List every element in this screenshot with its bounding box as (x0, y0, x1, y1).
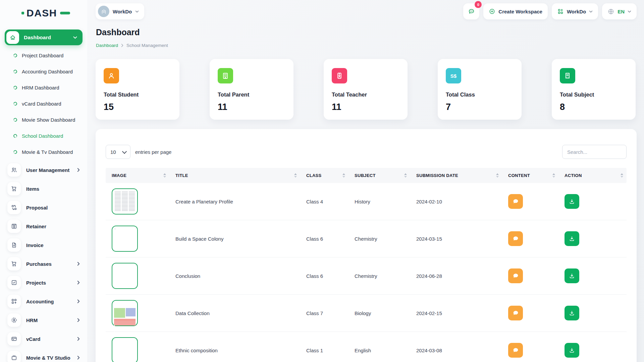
sidebar-group-label: Dashboard (24, 35, 73, 41)
sidebar-item-accounting[interactable]: Accounting (0, 292, 87, 311)
stat-value: 11 (218, 102, 227, 112)
table-row: Build a Space Colony Class 6 Chemistry 2… (106, 220, 627, 257)
teacher-badge-icon (332, 68, 347, 83)
sidebar: DASH Dashboard Project Dashboard Account… (0, 0, 87, 362)
chat-filled-icon (512, 235, 519, 242)
student-icon (104, 68, 119, 83)
sidebar-item-items[interactable]: Items (0, 179, 87, 198)
sidebar-item-hrm-dashboard[interactable]: HRM Dashboard (0, 79, 87, 96)
workspace-avatar (98, 6, 109, 17)
stat-value: 7 (446, 102, 451, 112)
sidebar-item-project-dashboard[interactable]: Project Dashboard (0, 47, 87, 63)
chevron-right-icon (77, 318, 80, 322)
sidebar-group-dashboard[interactable]: Dashboard (5, 29, 83, 45)
download-icon (569, 198, 575, 205)
logo-dash-icon (60, 12, 70, 14)
tv-icon (7, 351, 21, 362)
download-button[interactable] (565, 268, 579, 283)
entries-select-wrap: 10 (106, 145, 130, 159)
column-header-image[interactable]: IMAGE (106, 168, 169, 183)
invoice-icon (7, 238, 21, 252)
cell-title: Conclusion (169, 273, 300, 279)
chevron-right-icon (77, 356, 80, 360)
stat-value: 11 (332, 102, 341, 112)
chat-filled-icon (512, 347, 519, 354)
column-header-action[interactable]: ACTION (558, 168, 627, 183)
column-header-title[interactable]: TITLE (169, 168, 300, 183)
column-header-submission-date[interactable]: SUBMISSION DATE (410, 168, 502, 183)
breadcrumb-home-link[interactable]: Dashboard (96, 43, 118, 48)
sidebar-item-purchases[interactable]: Purchases (0, 254, 87, 273)
create-workspace-button[interactable]: Create Workspace (483, 3, 548, 19)
entries-select[interactable]: 10 (106, 145, 130, 159)
cell-title: Build a Space Colony (169, 236, 300, 242)
sort-icon (342, 173, 345, 178)
download-button[interactable] (565, 231, 579, 246)
bullet-icon (13, 117, 18, 122)
cell-class: Class 1 (300, 348, 348, 353)
workspace-name: WorkDo (113, 9, 132, 14)
chevron-down-icon (73, 36, 77, 39)
download-button[interactable] (565, 306, 579, 320)
assignment-thumbnail (112, 226, 138, 252)
stat-card-total-teacher: Total Teacher 11 (324, 59, 408, 120)
sidebar-item-school-dashboard[interactable]: School Dashboard (0, 128, 87, 144)
logo-text: DASH (26, 7, 57, 19)
accounting-grid-icon (7, 295, 21, 308)
dash-logo[interactable]: DASH (21, 7, 87, 19)
sidebar-item-accounting-dashboard[interactable]: Accounting Dashboard (0, 63, 87, 79)
sidebar-item-vcard[interactable]: vCard (0, 329, 87, 348)
column-header-content[interactable]: CONTENT (502, 168, 558, 183)
cell-subject: Chemistry (348, 236, 410, 242)
sidebar-item-movie-tv-dashboard[interactable]: Movie & Tv Dashboard (0, 144, 87, 160)
sidebar-item-vcard-dashboard[interactable]: vCard Dashboard (0, 96, 87, 112)
stat-card-total-class: S$ Total Class 7 (438, 59, 522, 120)
projects-check-icon (7, 276, 21, 289)
cell-class: Class 6 (300, 236, 348, 242)
cart-icon (7, 182, 21, 195)
stat-card-total-subject: Total Subject 8 (552, 59, 636, 120)
proposal-icon (7, 201, 21, 214)
table-row: Ethnic composition Class 1 English 2024-… (106, 332, 627, 362)
content-chat-button[interactable] (508, 306, 523, 320)
messages-button[interactable]: 0 (463, 3, 479, 19)
cell-submission-date: 2024-03-08 (410, 348, 502, 353)
table-row: Create a Planetary Profile Class 4 Histo… (106, 183, 627, 220)
chevron-right-icon (77, 299, 80, 303)
content-chat-button[interactable] (508, 343, 523, 358)
content-chat-button[interactable] (508, 194, 523, 209)
cell-subject: Biology (348, 310, 410, 316)
sidebar-item-invoice[interactable]: Invoice (0, 236, 87, 254)
sidebar-item-user-management[interactable]: User Management (0, 161, 87, 179)
notification-badge: 0 (475, 1, 482, 8)
sidebar-item-hrm[interactable]: HRM (0, 311, 87, 329)
breadcrumb: Dashboard School Management (96, 43, 168, 48)
column-header-subject[interactable]: SUBJECT (348, 168, 410, 183)
language-selector[interactable]: EN (602, 3, 637, 19)
search-input[interactable] (562, 145, 627, 159)
sidebar-item-movie-show-dashboard[interactable]: Movie Show Dashboard (0, 112, 87, 128)
globe-icon (607, 8, 614, 15)
download-button[interactable] (565, 194, 579, 209)
workspace-switcher[interactable]: WorkDo (96, 3, 144, 19)
column-header-class[interactable]: CLASS (300, 168, 348, 183)
sidebar-item-movie-tv-studio[interactable]: Movie & TV Studio (0, 348, 87, 362)
content-chat-button[interactable] (508, 268, 523, 283)
chevron-down-icon (589, 10, 593, 13)
sort-icon (621, 173, 623, 178)
sidebar-item-retainer[interactable]: Retainer (0, 217, 87, 236)
workdo-apps-menu[interactable]: WorkDo (552, 3, 598, 19)
content-chat-button[interactable] (508, 231, 523, 246)
chat-filled-icon (512, 198, 519, 205)
stats-row: Total Student 15 Total Parent 11 Total T… (96, 59, 636, 120)
chevron-down-icon (628, 10, 631, 13)
entries-per-page: 10 entries per page (106, 145, 171, 159)
bullet-icon (13, 53, 18, 58)
sidebar-item-projects[interactable]: Projects (0, 273, 87, 292)
sort-icon (496, 173, 499, 178)
cell-subject: English (348, 348, 410, 353)
download-button[interactable] (565, 343, 579, 358)
cell-submission-date: 2024-03-15 (410, 236, 502, 242)
sidebar-item-proposal[interactable]: Proposal (0, 198, 87, 217)
sidebar-menu: User Management Items Proposal (0, 161, 87, 362)
